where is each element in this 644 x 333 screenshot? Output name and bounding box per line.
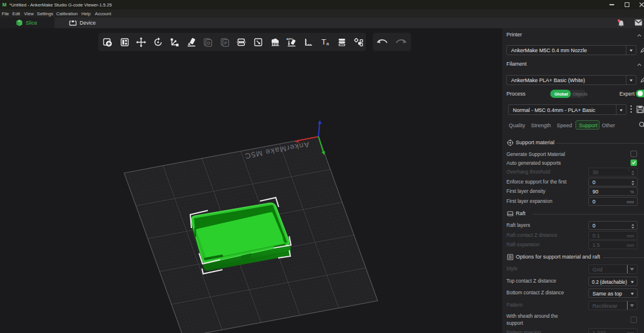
svg-text:D: D — [207, 40, 211, 46]
svg-text:AUTO: AUTO — [286, 38, 293, 40]
svg-text:T: T — [321, 38, 326, 46]
svg-text:a: a — [326, 41, 329, 46]
svg-text:P: P — [224, 40, 228, 46]
